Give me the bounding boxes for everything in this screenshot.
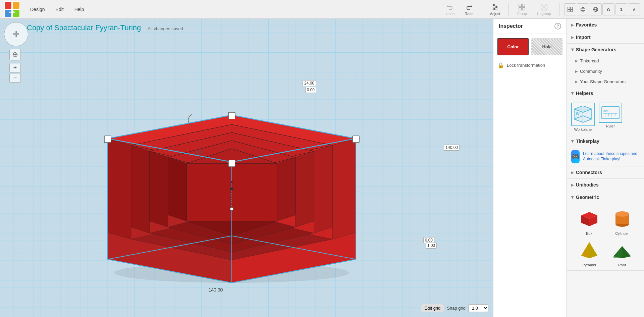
your-shape-generators-subitem[interactable]: ▶ Your Shape Generators	[567, 76, 644, 87]
font-view-btn[interactable]: A	[602, 3, 614, 15]
nav-menu: Design Edit Help	[25, 5, 89, 14]
connectors-chevron: ▶	[571, 171, 574, 174]
group-button[interactable]: Group	[513, 2, 530, 17]
shape-generators-header[interactable]: ▶ Shape Generators	[567, 44, 644, 56]
tinkerplay-row: 🎮 Learn about these shapes and Autodesk …	[567, 147, 644, 166]
zoom-out-btn[interactable]: −	[9, 73, 21, 83]
tinkerplay-chevron: ▶	[571, 140, 575, 143]
favorites-label: Favorites	[576, 22, 597, 28]
dimension-scale-label: 1.00	[426, 243, 437, 249]
tinkercad-logo[interactable]: CAD	[4, 1, 20, 17]
svg-point-9	[493, 4, 494, 6]
svg-rect-19	[568, 9, 570, 11]
edit-grid-button[interactable]: Edit grid	[421, 304, 444, 312]
community-label: Community	[580, 69, 602, 74]
grid-view-btn[interactable]	[564, 3, 576, 15]
community-subitem[interactable]: ▶ Community	[567, 66, 644, 76]
pyramid-label: Pyramid	[582, 263, 596, 267]
tinkerplay-link[interactable]: Learn about these shapes and Autodesk Ti…	[583, 151, 640, 162]
bottom-controls: Edit grid Snap grid 1.0 0.5 0.25 2.0	[421, 304, 488, 312]
helpers-chevron: ▶	[571, 92, 575, 95]
geometric-header[interactable]: ▶ Geometric	[567, 191, 644, 203]
design-menu-btn[interactable]: Design	[25, 5, 50, 14]
dimension-top-label: 24.00	[303, 80, 316, 86]
ruler-helper[interactable]: mm Ruler	[599, 103, 622, 131]
connectors-section: ▶ Connectors	[567, 166, 644, 179]
svg-text:CAD: CAD	[9, 10, 15, 13]
ruler-icon: mm	[599, 103, 622, 123]
svg-rect-12	[519, 4, 522, 7]
inspector-help-btn[interactable]: ?	[554, 23, 561, 30]
viewport[interactable]: Copy of Spectacular Fyyran-Turing All ch…	[0, 19, 493, 317]
tinkerplay-icon: 🎮	[571, 150, 580, 163]
roof-label: Roof	[618, 263, 626, 267]
help-menu-btn[interactable]: Help	[70, 5, 89, 14]
favorites-header[interactable]: ▶ Favorites	[567, 19, 644, 31]
svg-rect-18	[571, 7, 573, 9]
svg-marker-85	[581, 242, 589, 258]
dimension-right-label: 140.00	[444, 145, 460, 151]
topbar: CAD Design Edit Help Undo Redo	[0, 0, 644, 19]
import-label: Import	[576, 35, 591, 40]
helpers-label: Helpers	[576, 91, 593, 96]
shape-box[interactable]: Box	[574, 207, 604, 235]
star-view-btn[interactable]: ★	[628, 3, 640, 15]
grid-background	[0, 19, 493, 317]
zoom-in-btn[interactable]: +	[9, 63, 21, 72]
pan-control[interactable]: ✛	[4, 22, 28, 46]
favorites-chevron: ▶	[571, 23, 574, 27]
unibodies-section: ▶ Unibodies	[567, 179, 644, 191]
adjust-button[interactable]: Adjust	[487, 2, 504, 17]
svg-rect-14	[519, 7, 522, 10]
cylinder-thumb	[609, 207, 635, 230]
pan-arrows: ✛	[13, 30, 19, 39]
undo-button[interactable]: Undo	[442, 2, 458, 17]
import-header[interactable]: ▶ Import	[567, 31, 644, 43]
tinkercad-chevron: ▶	[575, 59, 578, 63]
snap-select[interactable]: 1.0 0.5 0.25 2.0	[468, 304, 488, 312]
workplane-helper[interactable]: W Workplane	[571, 103, 595, 131]
color-label: Color	[507, 44, 519, 49]
cube-view-btn[interactable]	[577, 3, 589, 15]
color-swatch-btn[interactable]: Color	[497, 38, 529, 55]
helpers-header[interactable]: ▶ Helpers	[567, 87, 644, 99]
svg-point-10	[496, 6, 497, 8]
shape-pyramid[interactable]: Pyramid	[574, 238, 604, 267]
dimension-center-label: 140.00	[207, 287, 224, 293]
svg-text:mm: mm	[603, 109, 608, 113]
tinkerplay-header[interactable]: ▶ Tinkerplay	[567, 135, 644, 147]
shape-cylinder[interactable]: Cylinder	[607, 207, 637, 235]
svg-rect-2	[13, 2, 19, 9]
tinkerplay-label: Tinkerplay	[576, 139, 599, 144]
hole-label: Hole	[542, 44, 551, 49]
workplane-icon: W	[571, 103, 595, 126]
tinkercad-subitem[interactable]: ▶ Tinkercad	[567, 56, 644, 66]
inspector-lock-row: 🔒 Lock transformation	[493, 59, 567, 72]
shape-generators-section: ▶ Shape Generators ▶ Tinkercad ▶ Communi…	[567, 44, 644, 87]
ungroup-button[interactable]: Ungroup	[534, 2, 554, 17]
unibodies-header[interactable]: ▶ Unibodies	[567, 179, 644, 191]
connectors-label: Connectors	[576, 170, 602, 175]
shape-generators-label: Shape Generators	[576, 47, 616, 52]
svg-rect-20	[571, 9, 573, 11]
your-shape-generators-chevron: ▶	[575, 80, 578, 84]
inspector-header: Inspector ?	[493, 19, 567, 34]
sphere-view-btn[interactable]	[590, 3, 602, 15]
hole-swatch-btn[interactable]: Hole	[531, 38, 562, 55]
your-shape-generators-label: Your Shape Generators	[580, 79, 626, 84]
helpers-grid: W Workplane mm	[567, 99, 644, 135]
right-panel: ▶ Favorites ▶ Import ▶ Shape Generators …	[567, 19, 644, 317]
unibodies-chevron: ▶	[571, 183, 574, 187]
home-view-btn[interactable]	[9, 49, 21, 60]
number-view-btn[interactable]: 1	[615, 3, 627, 15]
connectors-header[interactable]: ▶ Connectors	[567, 166, 644, 178]
svg-marker-88	[613, 246, 622, 258]
svg-text:W: W	[576, 112, 580, 116]
zoom-controls: + −	[9, 63, 21, 83]
shape-roof[interactable]: Roof	[607, 238, 637, 267]
import-section: ▶ Import	[567, 31, 644, 44]
edit-menu-btn[interactable]: Edit	[51, 5, 68, 14]
svg-rect-69	[602, 107, 619, 119]
redo-button[interactable]: Redo	[461, 2, 477, 17]
cylinder-label: Cylinder	[615, 231, 629, 235]
